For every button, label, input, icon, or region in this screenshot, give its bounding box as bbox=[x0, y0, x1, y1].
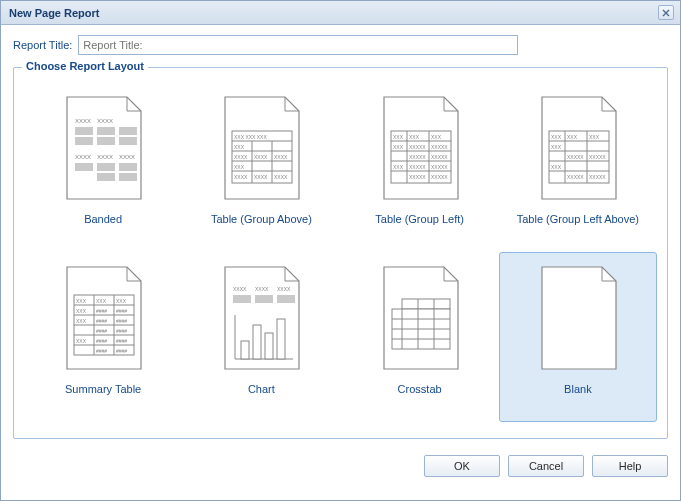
svg-text:XXX: XXX bbox=[116, 298, 127, 304]
crosstab-thumb-icon bbox=[371, 259, 469, 379]
svg-text:XXXX: XXXX bbox=[254, 154, 268, 160]
svg-text:XXXX: XXXX bbox=[97, 154, 113, 160]
svg-text:XXXXX: XXXXX bbox=[409, 154, 426, 160]
layout-option-table-group-left[interactable]: XXX XXX XXX XXX XXXXX XXXXX XXXXX XXXXX … bbox=[341, 82, 499, 252]
svg-text:####: #### bbox=[116, 338, 127, 344]
svg-text:XXXXX: XXXXX bbox=[431, 164, 448, 170]
layout-label: Blank bbox=[564, 383, 592, 395]
button-row: OK Cancel Help bbox=[1, 445, 680, 477]
svg-text:XXXX: XXXX bbox=[274, 174, 288, 180]
svg-text:XXX: XXX bbox=[76, 338, 87, 344]
layout-option-blank[interactable]: Blank bbox=[499, 252, 657, 422]
cancel-button[interactable]: Cancel bbox=[508, 455, 584, 477]
layout-option-banded[interactable]: XXXX XXXX XXXX XXXX XXXX bbox=[24, 82, 182, 252]
svg-text:XXX: XXX bbox=[234, 164, 245, 170]
close-icon bbox=[662, 9, 670, 17]
svg-text:XXXXX: XXXXX bbox=[431, 174, 448, 180]
table-group-left-above-thumb-icon: XXX XXX XXX XXX XXXXX XXXXX XXX XXXXX XX… bbox=[529, 89, 627, 209]
svg-rect-104 bbox=[402, 299, 450, 309]
svg-rect-13 bbox=[119, 163, 137, 171]
layout-label: Table (Group Left Above) bbox=[517, 213, 639, 225]
svg-rect-2 bbox=[75, 127, 93, 135]
svg-text:####: #### bbox=[96, 308, 107, 314]
svg-rect-100 bbox=[241, 341, 249, 359]
layout-option-chart[interactable]: XXXX XXXX XXXX bbox=[182, 252, 340, 422]
help-button[interactable]: Help bbox=[592, 455, 668, 477]
svg-text:XXXX: XXXX bbox=[75, 154, 91, 160]
svg-text:XXX: XXX bbox=[431, 134, 442, 140]
layout-option-table-group-left-above[interactable]: XXX XXX XXX XXX XXXXX XXXXX XXX XXXXX XX… bbox=[499, 82, 657, 252]
titlebar: New Page Report bbox=[1, 1, 680, 25]
svg-text:XXX: XXX bbox=[96, 298, 107, 304]
svg-text:XXXX: XXXX bbox=[254, 174, 268, 180]
summary-table-thumb-icon: XXX XXX XXX XXX #### #### XXX #### #### … bbox=[54, 259, 152, 379]
svg-text:XXXX: XXXX bbox=[234, 154, 248, 160]
svg-rect-11 bbox=[75, 163, 93, 171]
svg-text:####: #### bbox=[96, 348, 107, 354]
svg-text:XXXXX: XXXXX bbox=[431, 144, 448, 150]
blank-thumb-icon bbox=[529, 259, 627, 379]
svg-text:XXXXX: XXXXX bbox=[589, 174, 606, 180]
svg-rect-15 bbox=[119, 173, 137, 181]
svg-rect-101 bbox=[253, 325, 261, 359]
report-title-input[interactable] bbox=[78, 35, 518, 55]
report-title-row: Report Title: bbox=[13, 35, 668, 55]
svg-text:XXXXX: XXXXX bbox=[409, 174, 426, 180]
layout-option-crosstab[interactable]: Crosstab bbox=[341, 252, 499, 422]
svg-text:####: #### bbox=[116, 318, 127, 324]
table-group-above-thumb-icon: XXX XXX XXX XXX XXXX XXXX XXXX XXX XXXX … bbox=[212, 89, 310, 209]
svg-text:####: #### bbox=[116, 348, 127, 354]
svg-text:XXXXX: XXXXX bbox=[431, 154, 448, 160]
banded-thumb-icon: XXXX XXXX XXXX XXXX XXXX bbox=[54, 89, 152, 209]
svg-text:XXX XXX XXX: XXX XXX XXX bbox=[234, 134, 267, 140]
svg-text:XXXX: XXXX bbox=[97, 118, 113, 124]
choose-layout-fieldset: Choose Report Layout XXXX XXXX bbox=[13, 67, 668, 439]
svg-text:XXXXX: XXXXX bbox=[567, 174, 584, 180]
layout-option-table-group-above[interactable]: XXX XXX XXX XXX XXXX XXXX XXXX XXX XXXX … bbox=[182, 82, 340, 252]
report-title-label: Report Title: bbox=[13, 39, 72, 51]
svg-rect-96 bbox=[255, 295, 273, 303]
svg-text:####: #### bbox=[96, 318, 107, 324]
layout-option-summary-table[interactable]: XXX XXX XXX XXX #### #### XXX #### #### … bbox=[24, 252, 182, 422]
svg-text:####: #### bbox=[96, 328, 107, 334]
svg-text:XXX: XXX bbox=[589, 134, 600, 140]
svg-text:XXX: XXX bbox=[393, 164, 404, 170]
svg-rect-102 bbox=[265, 333, 273, 359]
svg-rect-7 bbox=[119, 137, 137, 145]
layout-label: Crosstab bbox=[398, 383, 442, 395]
ok-button[interactable]: OK bbox=[424, 455, 500, 477]
svg-text:XXXXX: XXXXX bbox=[567, 154, 584, 160]
svg-text:XXXX: XXXX bbox=[274, 154, 288, 160]
svg-rect-95 bbox=[233, 295, 251, 303]
svg-text:XXX: XXX bbox=[551, 164, 562, 170]
svg-text:XXXXX: XXXXX bbox=[409, 144, 426, 150]
svg-text:XXX: XXX bbox=[234, 144, 245, 150]
svg-rect-14 bbox=[97, 173, 115, 181]
svg-text:XXXX: XXXX bbox=[234, 174, 248, 180]
svg-text:XXX: XXX bbox=[551, 134, 562, 140]
svg-text:XXX: XXX bbox=[76, 318, 87, 324]
svg-text:XXXXX: XXXXX bbox=[409, 164, 426, 170]
svg-text:####: #### bbox=[96, 338, 107, 344]
new-page-report-dialog: New Page Report Report Title: Choose Rep… bbox=[0, 0, 681, 501]
svg-text:XXX: XXX bbox=[76, 308, 87, 314]
svg-text:XXXX: XXXX bbox=[119, 154, 135, 160]
close-button[interactable] bbox=[658, 5, 674, 20]
svg-rect-5 bbox=[75, 137, 93, 145]
svg-text:XXXX: XXXX bbox=[277, 286, 291, 292]
svg-text:XXXXX: XXXXX bbox=[589, 154, 606, 160]
fieldset-legend: Choose Report Layout bbox=[22, 60, 148, 72]
svg-text:XXXX: XXXX bbox=[233, 286, 247, 292]
layout-label: Summary Table bbox=[65, 383, 141, 395]
svg-text:XXX: XXX bbox=[393, 134, 404, 140]
svg-text:XXXX: XXXX bbox=[75, 118, 91, 124]
svg-rect-3 bbox=[97, 127, 115, 135]
chart-thumb-icon: XXXX XXXX XXXX bbox=[212, 259, 310, 379]
svg-text:####: #### bbox=[116, 308, 127, 314]
layout-label: Table (Group Left) bbox=[375, 213, 464, 225]
svg-text:XXXX: XXXX bbox=[255, 286, 269, 292]
svg-rect-6 bbox=[97, 137, 115, 145]
svg-rect-4 bbox=[119, 127, 137, 135]
svg-text:XXX: XXX bbox=[551, 144, 562, 150]
dialog-title: New Page Report bbox=[9, 7, 658, 19]
